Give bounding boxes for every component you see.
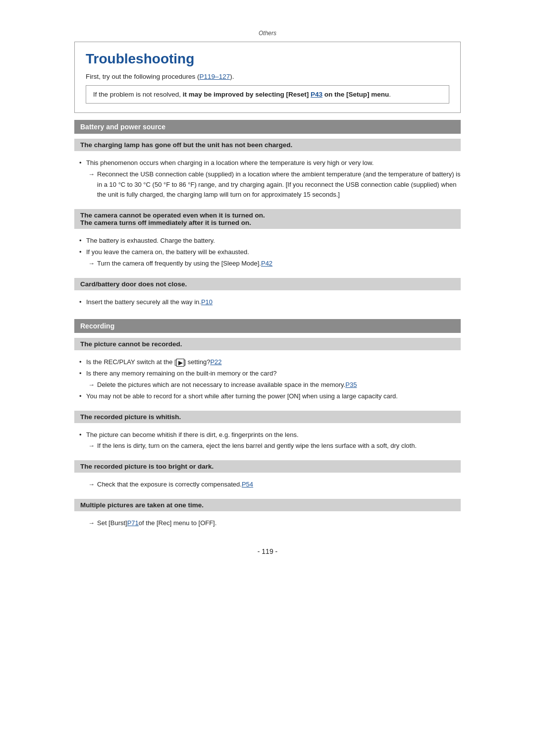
dirt-bullet: • The picture can become whitish if ther…	[79, 430, 461, 440]
picture-whitish-content: • The picture can become whitish if ther…	[74, 425, 461, 456]
insert-battery-bullet: • Insert the battery securely all the wa…	[79, 297, 461, 308]
picture-not-recorded-bullets: • Is the REC/PLAY switch at the [▶] sett…	[79, 357, 461, 401]
burst-text2: of the [Rec] menu to [OFF].	[139, 518, 217, 529]
card-battery-door-content: • Insert the battery securely all the wa…	[74, 292, 461, 312]
bullet-dot: •	[79, 158, 86, 168]
battery-exhausted-text: The battery is exhausted. Charge the bat…	[86, 236, 215, 246]
picture-bright-dark-content: → Check that the exposure is correctly c…	[74, 475, 461, 494]
charging-lamp-bullets: • This phenomenon occurs when charging i…	[79, 158, 461, 200]
picture-not-recorded-content: • Is the REC/PLAY switch at the [▶] sett…	[74, 352, 461, 405]
leave-camera-bullet: • If you leave the camera on, the batter…	[79, 247, 461, 258]
highlight-before: If the problem is not resolved,	[93, 91, 183, 98]
card-battery-door-header: Card/battery door does not close.	[74, 278, 461, 290]
intro-end: ).	[230, 73, 234, 80]
picture-bright-dark-header: The recorded picture is too bright or da…	[74, 460, 461, 473]
multiple-pictures-content: → Set [Burst] P71 of the [Rec] menu to […	[74, 513, 461, 533]
sleep-mode-link[interactable]: P42	[261, 259, 272, 269]
highlight-bold1: it may be improved by selecting [Reset]	[183, 91, 311, 98]
memory-remaining-bullet: • Is there any memory remaining on the b…	[79, 369, 461, 379]
intro-link[interactable]: P119–127	[200, 73, 230, 80]
charging-arrow-1-text: Reconnect the USB connection cable (supp…	[97, 169, 461, 200]
burst-arrow: → Set [Burst] P71 of the [Rec] menu to […	[88, 518, 461, 529]
multiple-pictures-header: Multiple pictures are taken at one time.	[74, 499, 461, 511]
bullet-dot: •	[79, 357, 86, 368]
battery-section-header: Battery and power source	[74, 120, 461, 134]
arrow-symbol: →	[88, 259, 97, 269]
recording-section: Recording The picture cannot be recorded…	[74, 319, 461, 532]
camera-operated-header: The camera cannot be operated even when …	[74, 209, 461, 229]
arrow-symbol: →	[88, 518, 97, 529]
leave-camera-text: If you leave the camera on, the battery …	[86, 247, 249, 258]
main-box: Troubleshooting First, try out the follo…	[74, 42, 461, 113]
bullet-dot: •	[79, 297, 86, 308]
insert-battery-link[interactable]: P10	[201, 297, 213, 308]
lens-dirty-text: If the lens is dirty, turn on the camera…	[97, 441, 417, 451]
battery-exhausted-bullet: • The battery is exhausted. Charge the b…	[79, 236, 461, 246]
exposure-link[interactable]: P54	[242, 480, 253, 490]
card-battery-door-bullets: • Insert the battery securely all the wa…	[79, 297, 461, 308]
large-capacity-bullet: • You may not be able to record for a sh…	[79, 391, 461, 402]
sleep-mode-text: Turn the camera off frequently by using …	[97, 259, 261, 269]
rec-play-bullet: • Is the REC/PLAY switch at the [▶] sett…	[79, 357, 461, 368]
page-number: - 119 -	[74, 547, 461, 555]
picture-whitish-bullets: • The picture can become whitish if ther…	[79, 430, 461, 452]
exposure-text: Check that the exposure is correctly com…	[97, 480, 242, 490]
picture-bright-dark-arrows: → Check that the exposure is correctly c…	[79, 480, 461, 490]
battery-section: Battery and power source The charging la…	[74, 120, 461, 311]
arrow-symbol: →	[88, 480, 97, 490]
charging-lamp-header: The charging lamp has gone off but the u…	[74, 139, 461, 151]
recording-section-header: Recording	[74, 319, 461, 333]
charging-lamp-content: • This phenomenon occurs when charging i…	[74, 153, 461, 204]
delete-pictures-text: Delete the pictures which are not necess…	[97, 380, 345, 390]
sleep-mode-arrow: → Turn the camera off frequently by usin…	[88, 259, 461, 269]
burst-text: Set [Burst]	[97, 518, 127, 529]
arrow-symbol: →	[88, 169, 97, 180]
intro-before: First, try out the following procedures …	[86, 73, 200, 80]
picture-not-recorded-header: The picture cannot be recorded.	[74, 338, 461, 350]
rec-play-text: Is the REC/PLAY switch at the [▶] settin…	[86, 357, 210, 368]
arrow-symbol: →	[88, 441, 97, 451]
intro-text: First, try out the following procedures …	[86, 73, 449, 80]
camera-operated-content: • The battery is exhausted. Charge the b…	[74, 231, 461, 272]
lens-dirty-arrow: → If the lens is dirty, turn on the came…	[88, 441, 461, 451]
bullet-dot: •	[79, 236, 86, 246]
dirt-text: The picture can become whitish if there …	[86, 430, 299, 440]
highlight-link[interactable]: P43	[311, 91, 322, 98]
bullet-dot: •	[79, 430, 86, 440]
page-container: Others Troubleshooting First, try out th…	[74, 30, 461, 736]
insert-battery-text: Insert the battery securely all the way …	[86, 297, 201, 308]
page-title: Troubleshooting	[86, 51, 449, 67]
delete-pictures-link[interactable]: P35	[345, 380, 357, 390]
burst-link[interactable]: P71	[127, 518, 139, 529]
picture-whitish-header: The recorded picture is whitish.	[74, 411, 461, 423]
bullet-dot: •	[79, 391, 86, 402]
rec-symbol: ▶	[176, 359, 184, 367]
charging-arrow-1: → Reconnect the USB connection cable (su…	[88, 169, 461, 200]
exposure-arrow: → Check that the exposure is correctly c…	[88, 480, 461, 490]
highlight-bold2: on the [Setup] menu	[322, 91, 389, 98]
camera-operated-bullets: • The battery is exhausted. Charge the b…	[79, 236, 461, 269]
bullet-dot: •	[79, 247, 86, 258]
rec-play-link[interactable]: P22	[210, 357, 221, 368]
delete-pictures-arrow: → Delete the pictures which are not nece…	[88, 380, 461, 390]
arrow-symbol: →	[88, 380, 97, 390]
section-label: Others	[74, 30, 461, 37]
charging-bullet-1: • This phenomenon occurs when charging i…	[79, 158, 461, 168]
large-capacity-text: You may not be able to record for a shor…	[86, 391, 398, 402]
bullet-dot: •	[79, 369, 86, 379]
highlight-end: .	[389, 91, 391, 98]
memory-remaining-text: Is there any memory remaining on the bui…	[86, 369, 276, 379]
highlight-box: If the problem is not resolved, it may b…	[86, 85, 449, 104]
charging-bullet-1-text: This phenomenon occurs when charging in …	[86, 158, 374, 168]
multiple-pictures-arrows: → Set [Burst] P71 of the [Rec] menu to […	[79, 518, 461, 529]
